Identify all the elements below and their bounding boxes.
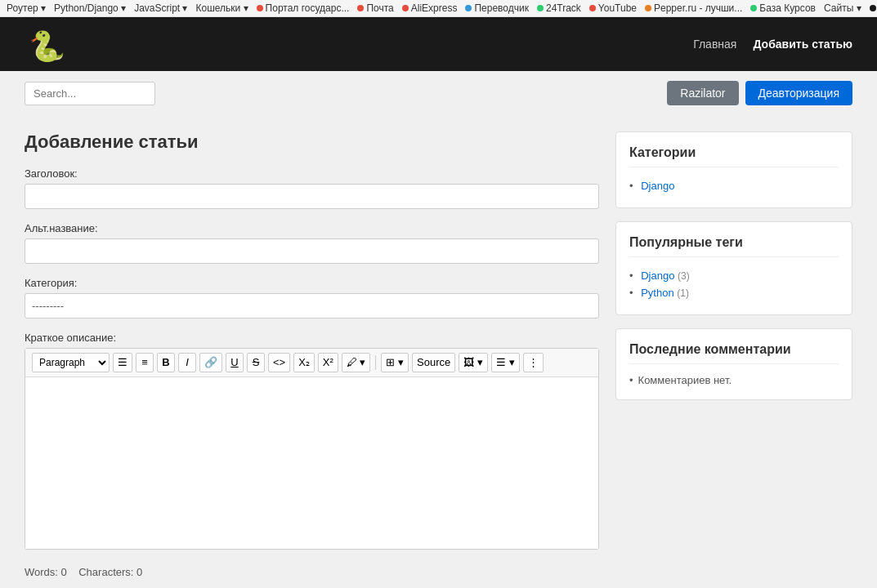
unordered-list-btn[interactable]: ☰ [113,353,132,372]
code-btn[interactable]: <> [268,353,290,372]
alt-name-group: Альт.название: [25,222,599,264]
superscript-btn[interactable]: X² [318,353,338,372]
bookmark-24track[interactable]: 24Track [537,2,581,14]
category-label: Категория: [25,277,599,289]
bookmark-wallets[interactable]: Кошельки ▾ [195,2,248,14]
nav-add-article-link[interactable]: Добавить статью [753,38,852,51]
search-input[interactable] [25,82,155,105]
track-icon [537,5,544,11]
more-btn[interactable]: ⋮ [523,353,544,372]
bookmark-sites[interactable]: Сайты ▾ [824,2,861,14]
snake-logo-icon: 🐍 [25,24,65,65]
pepper-icon [645,5,651,11]
alt-name-input[interactable] [25,238,599,264]
toolbar-separator [375,355,376,370]
tags-card: Популярные теги Django (3) Python (1) [615,221,852,315]
list-btn[interactable]: ☰ ▾ [491,353,520,372]
main-container: Добавление статьи Заголовок: Альт.назван… [0,115,877,588]
title-label: Заголовок: [25,167,599,180]
bookmark-github[interactable]: GitHub [870,2,877,14]
categories-card: Категории Django [615,131,852,208]
bold-btn[interactable]: B [157,353,175,372]
bookmark-ali[interactable]: AliExpress [402,2,458,14]
portal-icon [257,5,263,11]
translate-icon [465,5,472,11]
comments-title: Последние комментарии [629,342,839,364]
strikethrough-btn[interactable]: S [247,353,265,372]
bookmark-courses[interactable]: База Курсов [750,2,816,14]
tag-django-link[interactable]: Django [641,270,674,282]
nav-main-link[interactable]: Главная [693,38,736,51]
categories-list: Django [629,177,839,194]
underline-btn[interactable]: U [226,353,244,372]
deauth-button[interactable]: Деавторизация [745,81,852,105]
short-desc-toolbar: Paragraph ☰ ≡ B I 🔗 U S <> X₂ X² 🖊 ▾ ⊞ ▾… [25,349,598,377]
title-input[interactable] [25,184,599,209]
tags-title: Популярные теги [629,235,839,257]
bookmarks-bar: Роутер ▾ Python/Django ▾ JavaScript ▾ Ко… [0,0,877,17]
comments-card: Последние комментарии Комментариев нет. [615,328,852,400]
ali-icon [402,5,409,11]
bookmark-mail[interactable]: Почта [357,2,393,14]
list-item: Python (1) [629,284,839,301]
link-btn[interactable]: 🔗 [199,353,222,372]
bookmark-youtube[interactable]: YouTube [589,2,637,14]
highlight-btn[interactable]: 🖊 ▾ [342,353,371,372]
list-item: Django (3) [629,267,839,284]
tag-python-count: (1) [677,287,689,299]
word-count-row: Words: 0 Characters: 0 [25,563,599,581]
embed-btn[interactable]: ⊞ ▾ [381,353,409,372]
bookmark-python[interactable]: Python/Django ▾ [54,2,126,14]
razilator-button[interactable]: Razilator [667,81,738,105]
short-desc-editor-body[interactable] [25,377,598,549]
short-desc-label: Краткое описание: [25,332,599,344]
mail-icon [357,5,364,11]
title-group: Заголовок: [25,167,599,209]
bookmark-portal[interactable]: Портал государс... [257,2,350,14]
bookmark-translate[interactable]: Переводчик [465,2,529,14]
svg-text:🐍: 🐍 [29,29,65,64]
word-count-text: Words: 0 [25,566,67,578]
source-btn[interactable]: Source [412,353,455,372]
bookmark-pepper[interactable]: Pepper.ru - лучши... [645,2,742,14]
tags-list: Django (3) Python (1) [629,267,839,301]
courses-icon [750,5,757,11]
bookmark-js[interactable]: JavaScript ▾ [134,2,187,14]
search-row: Razilator Деавторизация [0,71,877,115]
char-count-text: Characters: 0 [78,566,142,578]
no-comments-text: Комментариев нет. [629,374,839,386]
tag-django-count: (3) [678,270,690,282]
form-area: Добавление статьи Заголовок: Альт.назван… [25,131,599,588]
site-logo[interactable]: 🐍 [25,24,65,65]
site-header: 🐍 Главная Добавить статью [0,17,877,71]
paragraph-select[interactable]: Paragraph [32,353,110,372]
list-item: Django [629,177,839,194]
short-desc-editor: Paragraph ☰ ≡ B I 🔗 U S <> X₂ X² 🖊 ▾ ⊞ ▾… [25,348,599,550]
sidebar: Категории Django Популярные теги Django … [615,131,852,588]
category-select[interactable]: --------- Django [25,293,599,318]
categories-title: Категории [629,145,839,167]
youtube-icon [589,5,596,11]
site-nav: Главная Добавить статью [693,38,852,51]
italic-btn[interactable]: I [178,353,196,372]
page-title: Добавление статьи [25,131,599,153]
auth-buttons: Razilator Деавторизация [667,81,852,105]
alt-name-label: Альт.название: [25,222,599,234]
github-icon [870,5,876,11]
bookmark-router[interactable]: Роутер ▾ [7,2,46,14]
category-django-link[interactable]: Django [641,180,674,192]
category-group: Категория: --------- Django [25,277,599,318]
subscript-btn[interactable]: X₂ [293,353,315,372]
tag-python-link[interactable]: Python [641,287,673,299]
short-desc-group: Краткое описание: Paragraph ☰ ≡ B I 🔗 U … [25,332,599,550]
image-btn[interactable]: 🖼 ▾ [459,353,488,372]
ordered-list-btn[interactable]: ≡ [136,353,154,372]
